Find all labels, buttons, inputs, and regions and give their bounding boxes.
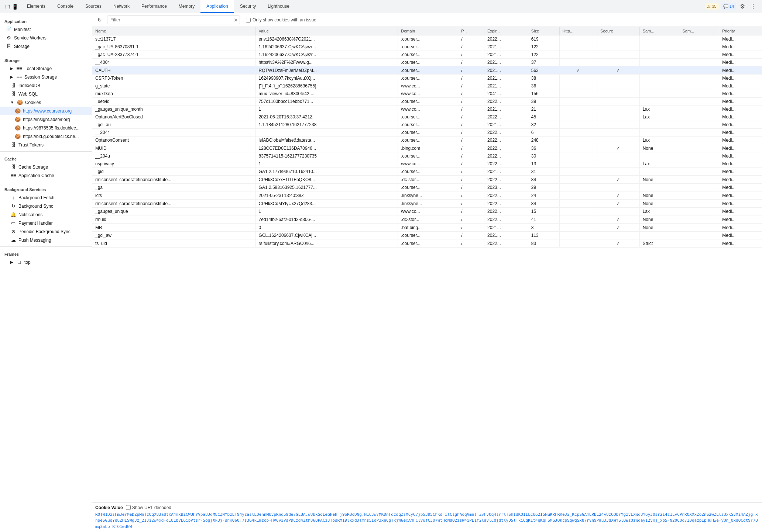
table-row[interactable]: __204u8375714115-1621777230735.courser..… (92, 152, 762, 160)
toolbar-right: ⚠ 35 💬 14 ⚙ ⋮ (702, 1, 761, 11)
table-row[interactable]: OptanonConsentisIABGlobal=false&datesta.… (92, 137, 762, 144)
frames-section-label: Frames (0, 249, 92, 258)
table-row[interactable]: _gidGA1.2.1778936710.162410....courser..… (92, 168, 762, 176)
table-row[interactable]: OptanonAlertBoxClosed2021-06-20T16:30:37… (92, 113, 762, 121)
sidebar-item-periodic-bg-sync[interactable]: ⊙ Periodic Background Sync (0, 227, 92, 236)
sidebar-item-service-workers[interactable]: ⚙ Service Workers (0, 34, 92, 42)
show-url-checkbox[interactable] (126, 505, 131, 510)
col-secure[interactable]: Secure (597, 27, 640, 35)
devtools-icon-group: ⬚ 📱 (1, 0, 21, 13)
sidebar-item-top[interactable]: ▶ □ top (0, 258, 92, 266)
tab-sources[interactable]: Sources (79, 0, 107, 13)
bg-fetch-label: Background Fetch (18, 195, 54, 200)
table-row[interactable]: __204r.courser.../2022...6Medi... (92, 129, 762, 137)
storage-label: Storage (14, 44, 30, 49)
table-row[interactable]: rmlconsent_corporatefinanceinstitute...C… (92, 176, 762, 184)
table-row[interactable]: muxDatamux_viewer_id=8300fe42-...www.co.… (92, 90, 762, 98)
table-row[interactable]: _gcl_au1.1.1845211280.1621777238.courser… (92, 121, 762, 129)
sidebar-item-trust-tokens[interactable]: 🗄 Trust Tokens (0, 141, 92, 149)
sidebar-item-cookie-coursera[interactable]: 🍪 https://www.coursera.org (0, 107, 92, 115)
periodic-bg-sync-label: Periodic Background Sync (18, 229, 71, 234)
tab-memory[interactable]: Memory (173, 0, 200, 13)
sidebar-item-local-storage[interactable]: ▶ ≡≡ Local Storage (0, 64, 92, 73)
table-row[interactable]: _gauges_unique1www.co.../2022...15LaxMed… (92, 208, 762, 215)
notifications-label: Notifications (18, 212, 42, 217)
col-priority[interactable]: Priority (719, 27, 762, 35)
col-samesite2[interactable]: Sam... (679, 27, 719, 35)
table-row[interactable]: MUID128CC7ED0E136DA70946....bing.com/202… (92, 144, 762, 152)
sidebar-item-notifications[interactable]: 🔔 Notifications (0, 210, 92, 219)
sidebar-item-app-cache[interactable]: ≡≡ Application Cache (0, 171, 92, 180)
manifest-icon: 📄 (6, 27, 12, 32)
table-row[interactable]: _gcl_awGCL.1624206637.CjwKCAj....courser… (92, 232, 762, 239)
table-row[interactable]: _uetvid757c1100bbcc11ebbc771....courser.… (92, 98, 762, 106)
device-icon[interactable]: 📱 (11, 3, 18, 10)
cookies-label: Cookies (25, 100, 41, 105)
sidebar-item-cookie-adsrvr[interactable]: 🍪 https://insight.adsrvr.org (0, 115, 92, 124)
table-row[interactable]: stc113717env:1624206638%7C2021....course… (92, 35, 762, 43)
sidebar-item-bg-fetch[interactable]: ↕ Background Fetch (0, 193, 92, 202)
refresh-button[interactable]: ↻ (95, 16, 104, 24)
tab-security[interactable]: Security (234, 0, 262, 13)
info-badge[interactable]: 💬 14 (721, 3, 736, 10)
sidebar-item-session-storage[interactable]: ▶ ≡≡ Session Storage (0, 73, 92, 81)
warnings-badge[interactable]: ⚠ 35 (705, 3, 718, 10)
filter-input[interactable] (107, 15, 240, 24)
sidebar-item-cookie-bid[interactable]: 🍪 https://bid.g.doubleclick.ne... (0, 132, 92, 141)
sidebar-item-cookie-fls[interactable]: 🍪 https://9876505.fls.doublec... (0, 124, 92, 132)
show-url-label: Show URL decoded (132, 505, 171, 510)
filter-clear-button[interactable]: ✕ (234, 17, 238, 23)
sidebar-item-bg-sync[interactable]: ↻ Background Sync (0, 202, 92, 210)
websql-label: Web SQL (18, 91, 38, 97)
show-url-wrap: Show URL decoded (126, 505, 171, 510)
table-row[interactable]: usprivacy1---www.co.../2022...13LaxMedi.… (92, 160, 762, 168)
issue-filter-checkbox[interactable] (246, 18, 251, 23)
filter-input-wrap: ✕ (107, 15, 240, 24)
table-row[interactable]: g_state{"i_l":4,"i_p":1626288636755}www.… (92, 82, 762, 90)
sidebar-item-indexeddb[interactable]: 🗄 IndexedDB (0, 81, 92, 90)
websql-icon: 🗄 (10, 91, 16, 97)
table-row[interactable]: _gauges_unique_month1www.co.../2021...21… (92, 106, 762, 113)
sidebar-item-payment-handler[interactable]: ▭ Payment Handler (0, 219, 92, 227)
col-domain[interactable]: Domain (398, 27, 458, 35)
col-path[interactable]: P... (458, 27, 484, 35)
table-row[interactable]: _gac_UA-28377374-11.1624206637.CjwKCAjwz… (92, 51, 762, 59)
table-row[interactable]: icts2021-05-23T13:40:38Z.linksyne.../202… (92, 191, 762, 200)
local-storage-icon: ≡≡ (16, 66, 22, 71)
table-row[interactable]: __400rhttps%3A%2F%2Fwww.g....courser.../… (92, 59, 762, 66)
table-row[interactable]: MR0.bat.bing.../2021...3✓NoneMedi... (92, 224, 762, 232)
tab-elements[interactable]: Elements (21, 0, 51, 13)
sidebar-item-cookies[interactable]: ▼ 🍪 Cookies (0, 98, 92, 107)
tab-network[interactable]: Network (107, 0, 135, 13)
periodic-bg-sync-icon: ⊙ (10, 229, 16, 234)
sidebar-item-push-messaging[interactable]: ☁ Push Messaging (0, 236, 92, 244)
settings-icon[interactable]: ⚙ (738, 1, 746, 11)
table-row[interactable]: _gaGA1.2.583163925.1621777....courser...… (92, 184, 762, 191)
table-row[interactable]: _gac_UA-86370891-11.1624206637.CjwKCAjwz… (92, 43, 762, 51)
sidebar-item-manifest[interactable]: 📄 Manifest (0, 25, 92, 34)
sidebar-item-cache-storage[interactable]: 🗄 Cache Storage (0, 163, 92, 171)
payment-handler-label: Payment Handler (18, 221, 53, 226)
tab-lighthouse[interactable]: Lighthouse (262, 0, 295, 13)
inspect-icon[interactable]: ⬚ (4, 3, 11, 10)
sidebar-divider-4 (0, 246, 92, 247)
tab-console[interactable]: Console (51, 0, 79, 13)
table-row[interactable]: rmlconsent_corporatefinanceinstitute...C… (92, 200, 762, 208)
col-expiry[interactable]: Expir... (484, 27, 528, 35)
tab-application[interactable]: Application (200, 0, 234, 13)
sidebar-item-websql[interactable]: 🗄 Web SQL (0, 90, 92, 98)
table-row[interactable]: CSRF3-Token1624998907.7kcyhlAuuXQ....cou… (92, 75, 762, 82)
col-value[interactable]: Value (255, 27, 398, 35)
col-name[interactable]: Name (92, 27, 255, 35)
table-row[interactable]: fs_uidrs.fullstory.com#ARGC0#6....course… (92, 239, 762, 248)
col-httponly[interactable]: Http... (559, 27, 597, 35)
tab-performance[interactable]: Performance (135, 0, 173, 13)
sidebar-item-storage[interactable]: 🗄 Storage (0, 42, 92, 51)
push-messaging-icon: ☁ (10, 237, 16, 243)
more-icon[interactable]: ⋮ (749, 1, 758, 11)
col-samesite1[interactable]: Sam... (639, 27, 679, 35)
col-size[interactable]: Size (528, 27, 559, 35)
app-cache-label: Application Cache (18, 173, 54, 178)
table-row[interactable]: CAUTHRQTW1DzsFmJerMeDZpM....courser.../2… (92, 66, 762, 75)
table-row[interactable]: rmuid7ed14fb2-6af2-01d2-d306-....dc-stor… (92, 215, 762, 224)
